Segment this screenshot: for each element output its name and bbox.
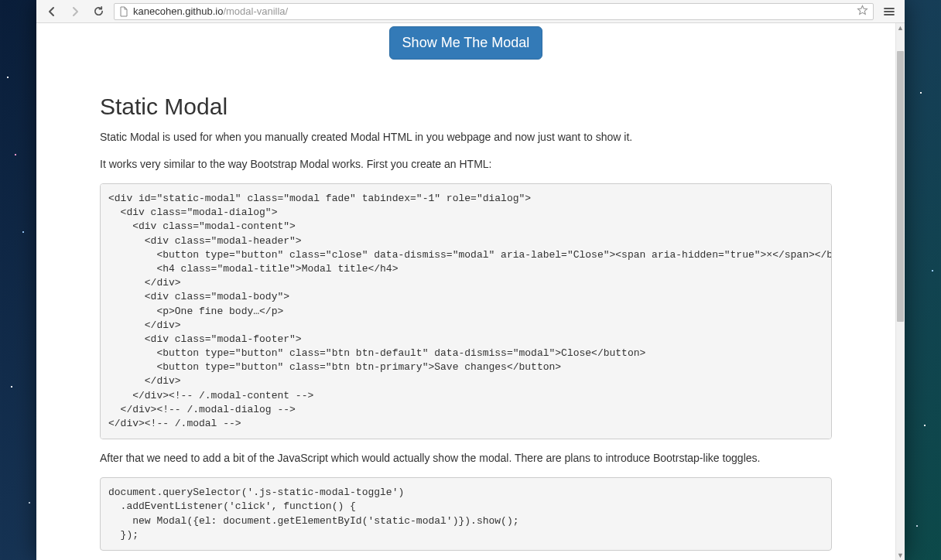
intro-paragraph-2: It works very similar to the way Bootstr… — [100, 156, 832, 172]
forward-button[interactable] — [64, 2, 86, 21]
vertical-scrollbar[interactable]: ▲ ▼ — [895, 23, 905, 560]
section-title: Static Modal — [100, 94, 832, 120]
scroll-up-arrow-icon[interactable]: ▲ — [896, 23, 905, 32]
page-icon — [119, 6, 128, 17]
browser-window: kanecohen.github.io/modal-vanilla/ Show … — [36, 0, 905, 560]
page-viewport[interactable]: Show Me The Modal Static Modal Static Mo… — [36, 23, 895, 560]
back-button[interactable] — [41, 2, 63, 21]
scroll-down-arrow-icon[interactable]: ▼ — [896, 551, 905, 560]
url-text: kanecohen.github.io/modal-vanilla/ — [133, 5, 852, 17]
reload-button[interactable] — [87, 2, 109, 21]
scrollbar-thumb[interactable] — [897, 51, 904, 322]
content-area: Show Me The Modal Static Modal Static Mo… — [36, 23, 905, 560]
browser-toolbar: kanecohen.github.io/modal-vanilla/ — [36, 0, 905, 23]
intro-paragraph-1: Static Modal is used for when you manual… — [100, 129, 832, 145]
show-modal-button[interactable]: Show Me The Modal — [389, 26, 543, 60]
code-block-html[interactable]: <div id="static-modal" class="modal fade… — [100, 183, 832, 439]
after-code-paragraph-1: After that we need to add a bit of the J… — [100, 450, 832, 466]
code-block-js[interactable]: document.querySelector('.js-static-modal… — [100, 477, 832, 551]
address-bar[interactable]: kanecohen.github.io/modal-vanilla/ — [114, 3, 874, 20]
menu-button[interactable] — [878, 2, 900, 21]
bookmark-star-icon[interactable] — [857, 5, 868, 19]
